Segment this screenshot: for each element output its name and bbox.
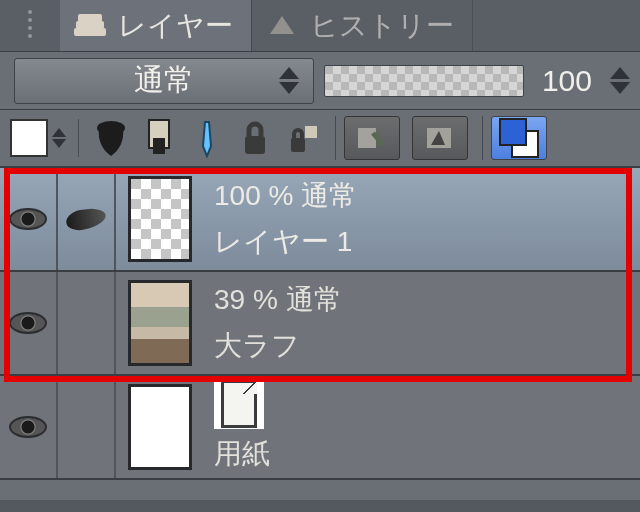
svg-rect-4 xyxy=(74,28,106,36)
palette-color-well[interactable] xyxy=(10,119,79,157)
svg-rect-9 xyxy=(153,138,165,154)
mask-add-button[interactable] xyxy=(344,116,400,160)
eye-icon xyxy=(9,416,47,438)
layer-color-button[interactable] xyxy=(491,116,547,160)
blend-mode-value: 通常 xyxy=(134,60,194,101)
svg-rect-10 xyxy=(245,136,265,154)
layer-row[interactable]: 用紙 xyxy=(0,376,640,480)
panel-grip[interactable] xyxy=(0,0,60,51)
layer-name[interactable]: 用紙 xyxy=(214,435,640,473)
brush-icon xyxy=(64,205,107,233)
layer-row[interactable]: 39 % 通常 大ラフ xyxy=(0,272,640,376)
opacity-slider[interactable] xyxy=(324,65,524,97)
visibility-toggle[interactable] xyxy=(0,168,58,270)
eye-icon xyxy=(9,312,47,334)
palette-spinner-icon xyxy=(52,128,70,148)
horizontal-scrollbar[interactable] xyxy=(0,500,640,512)
blend-mode-dropdown[interactable]: 通常 xyxy=(14,58,314,104)
palette-color-swatch xyxy=(10,119,48,157)
tab-layers[interactable]: レイヤー xyxy=(60,0,252,51)
svg-point-0 xyxy=(28,10,32,14)
layer-opacity-mode: 100 % 通常 xyxy=(214,177,640,215)
opacity-value: 100 xyxy=(534,64,596,98)
mask-enable-button[interactable] xyxy=(412,116,468,160)
tab-layers-label: レイヤー xyxy=(118,7,233,45)
dropdown-spinner-icon xyxy=(275,67,303,94)
clip-alpha-icon[interactable] xyxy=(93,118,129,158)
active-edit-toggle[interactable] xyxy=(58,168,116,270)
svg-rect-5 xyxy=(76,21,104,29)
layer-row[interactable]: 100 % 通常 レイヤー 1 xyxy=(0,168,640,272)
blend-opacity-row: 通常 100 xyxy=(0,52,640,110)
tab-history-label: ヒストリー xyxy=(310,7,454,45)
layer-tools-row xyxy=(0,110,640,168)
layer-name[interactable]: レイヤー 1 xyxy=(214,223,640,261)
eye-icon xyxy=(9,208,47,230)
layers-list: 100 % 通常 レイヤー 1 39 % 通常 大ラフ 用紙 xyxy=(0,168,640,480)
lock-alpha-icon[interactable] xyxy=(285,118,321,158)
layers-stack-icon xyxy=(70,8,110,44)
svg-point-2 xyxy=(28,26,32,30)
mask-icon[interactable] xyxy=(141,118,177,158)
pen-icon[interactable] xyxy=(189,118,225,158)
panel-tabs: レイヤー ヒストリー xyxy=(0,0,640,52)
fg-bg-swatch-icon xyxy=(499,118,539,158)
tab-history[interactable]: ヒストリー xyxy=(252,0,473,51)
paper-icon-thumb xyxy=(214,379,264,429)
opacity-spinner[interactable] xyxy=(606,67,634,94)
layer-thumbnail[interactable] xyxy=(116,272,204,374)
page-icon xyxy=(221,380,257,428)
svg-rect-13 xyxy=(358,128,376,148)
svg-rect-11 xyxy=(291,138,305,152)
svg-rect-12 xyxy=(305,126,317,138)
active-edit-toggle[interactable] xyxy=(58,376,116,478)
svg-point-3 xyxy=(28,34,32,38)
visibility-toggle[interactable] xyxy=(0,272,58,374)
thumbnail-white xyxy=(128,384,192,470)
thumbnail-image xyxy=(128,280,192,366)
layer-thumbnail[interactable] xyxy=(116,376,204,478)
layer-name[interactable]: 大ラフ xyxy=(214,327,640,365)
svg-rect-6 xyxy=(78,14,102,22)
lock-icon[interactable] xyxy=(237,118,273,158)
layer-thumbnail[interactable] xyxy=(116,168,204,270)
layer-opacity-mode: 39 % 通常 xyxy=(214,281,640,319)
history-icon xyxy=(262,8,302,44)
active-edit-toggle[interactable] xyxy=(58,272,116,374)
visibility-toggle[interactable] xyxy=(0,376,58,478)
svg-point-1 xyxy=(28,18,32,22)
thumbnail-checker xyxy=(128,176,192,262)
